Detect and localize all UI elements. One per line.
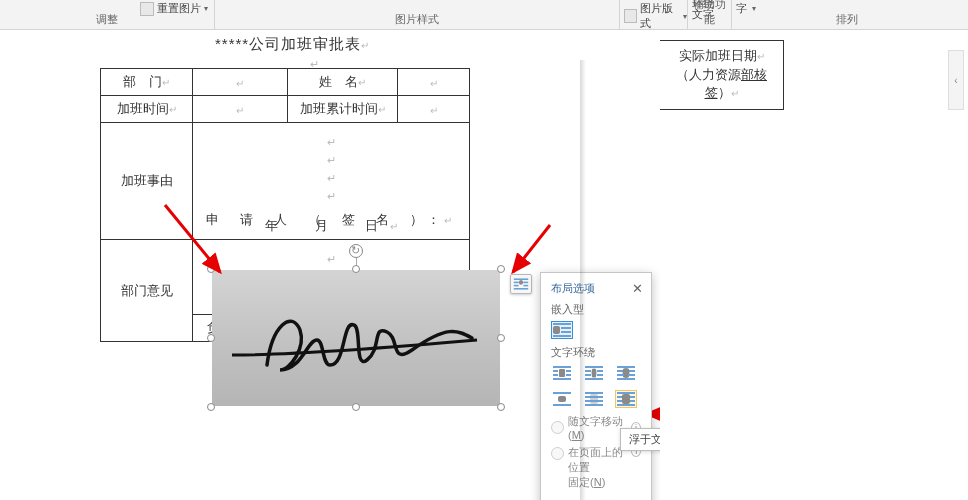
- svg-rect-32: [617, 378, 635, 380]
- layout-options-icon: [513, 277, 529, 291]
- svg-rect-14: [553, 366, 571, 368]
- cell-ot-label: 加班时间↵: [101, 96, 193, 123]
- ribbon-group-assist-label: 辅助功能: [688, 0, 731, 27]
- layout-option-square[interactable]: [551, 364, 573, 382]
- cell-reason-label: 加班事由: [101, 123, 193, 240]
- layout-option-inline[interactable]: [551, 321, 573, 339]
- resize-handle-e[interactable]: [497, 334, 505, 342]
- svg-rect-38: [585, 396, 603, 398]
- svg-rect-35: [553, 404, 571, 406]
- cell-accum-value[interactable]: ↵: [398, 96, 470, 123]
- svg-rect-44: [617, 404, 635, 406]
- resize-handle-nw[interactable]: [207, 265, 215, 273]
- resize-handle-w[interactable]: [207, 334, 215, 342]
- svg-rect-23: [597, 370, 603, 372]
- collapse-pane-button[interactable]: ‹: [948, 50, 964, 110]
- svg-rect-6: [514, 285, 519, 287]
- resize-handle-s[interactable]: [352, 403, 360, 411]
- svg-rect-3: [514, 278, 528, 280]
- pic-format-button[interactable]: 图片版式: [624, 1, 687, 31]
- svg-rect-7: [523, 285, 528, 287]
- ribbon-group-adjust-label: 调整: [0, 12, 214, 27]
- resize-handle-se[interactable]: [497, 403, 505, 411]
- cell-reason-body[interactable]: ↵ ↵ ↵ ↵ 申 请 人 （ 签 名 ）：↵ 年 月 日↵: [193, 123, 470, 240]
- layout-option-tight[interactable]: [583, 364, 605, 382]
- popover-title: 布局选项: [551, 281, 641, 296]
- layout-option-infront[interactable]: [615, 390, 637, 408]
- svg-rect-9: [553, 323, 571, 325]
- form-title: *****公司加班审批表↵: [215, 35, 370, 54]
- svg-rect-11: [561, 331, 571, 333]
- pic-format-label: 图片版式: [640, 1, 679, 31]
- cell-dept-value[interactable]: ↵: [193, 69, 288, 96]
- svg-rect-45: [622, 394, 630, 404]
- layout-option-through[interactable]: [615, 364, 637, 382]
- reason-date-line: 年 月 日↵: [193, 217, 469, 235]
- svg-rect-13: [553, 335, 571, 337]
- actual-ot-date-cell: 实际加班日期↵ （人力资源部核签）↵: [660, 40, 784, 110]
- svg-rect-21: [585, 366, 603, 368]
- section-inline-label: 嵌入型: [551, 302, 641, 317]
- svg-rect-27: [617, 366, 635, 368]
- resize-handle-n[interactable]: [352, 265, 360, 273]
- page-1: *****公司加班审批表↵ ↵ 部 门↵ ↵ 姓 名↵ ↵ 加班时间↵ ↵ 加班…: [0, 30, 580, 500]
- layout-option-topbottom[interactable]: [551, 390, 573, 408]
- svg-rect-8: [514, 288, 528, 290]
- ribbon-group-picformat: 图片版式: [620, 0, 688, 29]
- page-2: 实际加班日期↵ （人力资源部核签）↵: [660, 40, 960, 500]
- ribbon-group-arrange: 字 排列: [732, 0, 962, 29]
- svg-rect-37: [585, 392, 603, 394]
- rotate-handle[interactable]: [349, 244, 363, 258]
- svg-rect-20: [553, 378, 571, 380]
- ribbon-group-adjust: 重置图片 ▾ 调整: [0, 0, 215, 29]
- pic-format-icon: [624, 9, 637, 23]
- svg-rect-34: [558, 396, 566, 402]
- svg-rect-18: [553, 374, 558, 376]
- svg-rect-15: [553, 370, 558, 372]
- svg-rect-33: [553, 392, 571, 394]
- cell-name-value[interactable]: ↵: [398, 69, 470, 96]
- cell-ot-value[interactable]: ↵: [193, 96, 288, 123]
- ribbon-group-style: 图片样式: [215, 0, 620, 29]
- ribbon-group-style-label: 图片样式: [215, 12, 619, 27]
- svg-rect-31: [628, 374, 635, 376]
- layout-options-popover: 布局选项 ✕ 嵌入型 文字环绕: [540, 272, 652, 500]
- radio-move-input[interactable]: [551, 421, 564, 434]
- cell-accum-label: 加班累计时间↵: [288, 96, 398, 123]
- svg-rect-41: [617, 392, 635, 394]
- ribbon-group-arrange-label: 排列: [732, 12, 962, 27]
- svg-rect-36: [590, 394, 598, 404]
- svg-rect-12: [553, 326, 560, 334]
- svg-rect-17: [559, 369, 565, 377]
- layout-option-behind[interactable]: [583, 390, 605, 408]
- document-area: *****公司加班审批表↵ ↵ 部 门↵ ↵ 姓 名↵ ↵ 加班时间↵ ↵ 加班…: [0, 30, 968, 500]
- snippet-line-1: 实际加班日期↵: [670, 47, 773, 66]
- snippet-line-2: （人力资源部核签）↵: [670, 66, 773, 103]
- svg-rect-40: [585, 404, 603, 406]
- ribbon-group-wraptext: 环绕 文字 辅助功能: [688, 0, 732, 29]
- cell-dept-label: 部 门↵: [101, 69, 193, 96]
- svg-rect-25: [597, 374, 603, 376]
- svg-rect-4: [514, 282, 519, 284]
- resize-handle-ne[interactable]: [497, 265, 505, 273]
- cell-opinion-label: 部门意见: [101, 240, 193, 342]
- svg-rect-5: [523, 282, 528, 284]
- signature-image-content: [212, 270, 500, 406]
- page-divider-shadow: [580, 60, 586, 500]
- close-icon[interactable]: ✕: [632, 281, 643, 296]
- svg-rect-26: [585, 378, 603, 380]
- radio-fix-input[interactable]: [551, 447, 564, 460]
- svg-rect-16: [566, 370, 571, 372]
- svg-rect-39: [585, 400, 603, 402]
- section-wrap-label: 文字环绕: [551, 345, 641, 360]
- signature-stroke: [212, 270, 500, 406]
- radio-fix-on-page[interactable]: 在页面上的位置 固定(N) i: [551, 445, 641, 490]
- cell-name-label: 姓 名↵: [288, 69, 398, 96]
- signature-image[interactable]: [212, 270, 500, 406]
- svg-rect-19: [566, 374, 571, 376]
- ribbon: 重置图片 ▾ 调整 图片样式 图片版式 环绕 文字 辅助功能 字 排列: [0, 0, 968, 30]
- layout-options-trigger[interactable]: [510, 274, 532, 294]
- resize-handle-sw[interactable]: [207, 403, 215, 411]
- svg-rect-30: [617, 374, 624, 376]
- svg-rect-10: [561, 327, 571, 329]
